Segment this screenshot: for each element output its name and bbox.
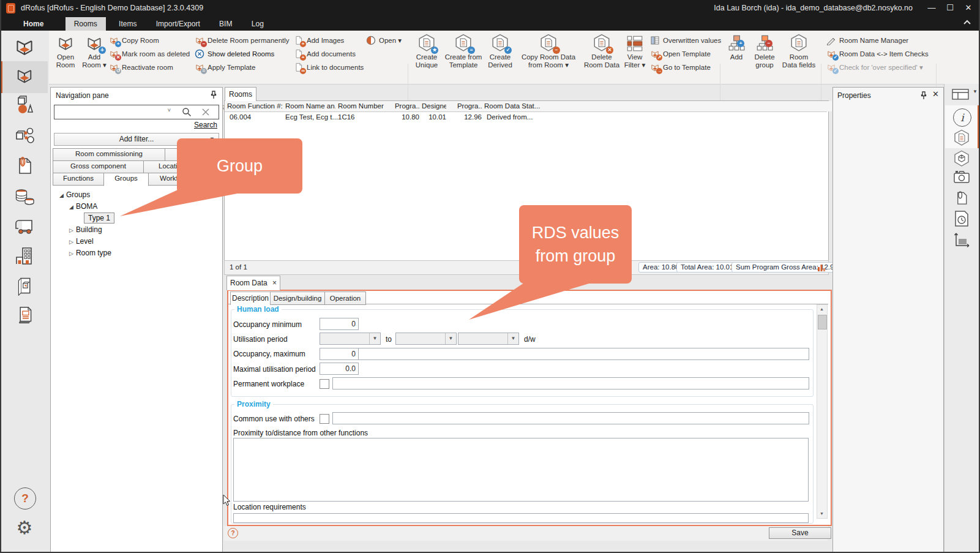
common-use-input[interactable] (332, 412, 809, 424)
tree-item-boma[interactable]: ◢BOMA (51, 201, 221, 213)
room-data-tab[interactable]: Room Data × (226, 276, 280, 290)
tab-room-commissioning[interactable]: Room commissioning (53, 148, 165, 161)
collapse-ribbon-icon[interactable] (963, 18, 971, 29)
add-room-button[interactable]: + Add Room ▾ (81, 34, 108, 69)
scroll-up-icon[interactable]: ▲ (817, 305, 826, 314)
occupancy-max-comment-input[interactable] (358, 348, 809, 360)
col-room-number[interactable]: Room Number (335, 101, 397, 111)
utilisation-to-select[interactable]: ▼ (395, 333, 457, 345)
search-dropdown-chevron-icon[interactable]: ˅ (168, 107, 171, 113)
tab-operation[interactable]: Operation (324, 292, 366, 305)
mark-room-deleted-button[interactable]: ✕ Mark room as deleted (109, 48, 190, 59)
collapsed-icon[interactable]: ▷ (69, 250, 73, 257)
layout-view-icon[interactable] (952, 89, 969, 100)
open-room-button[interactable]: Open Room (53, 34, 78, 69)
utilisation-days-select[interactable]: ▼ (458, 333, 519, 345)
tree-item-level[interactable]: ▷Level (51, 236, 221, 247)
search-input[interactable]: ˅ (54, 105, 219, 119)
expanded-icon[interactable]: ◢ (59, 192, 64, 198)
room-data-item-checks-button[interactable]: ✓ Room Data <-> Item Checks (826, 48, 929, 59)
items-module-icon[interactable] (13, 94, 36, 116)
chart-icon[interactable] (817, 263, 825, 272)
tree-item-room-type[interactable]: ▷Room type (51, 247, 221, 259)
buildings-module-icon[interactable] (13, 245, 36, 267)
occupancy-min-input[interactable]: 0 (320, 318, 359, 330)
apply-template-button[interactable]: ≡ Apply Template (195, 61, 290, 73)
create-derived-button[interactable]: ✓ Create Derived (485, 34, 515, 69)
pin-icon[interactable] (920, 91, 927, 100)
tree-item-type1[interactable]: Type 1 (51, 213, 221, 224)
tab-description[interactable]: Description (230, 292, 271, 305)
menu-tab-home[interactable]: Home (15, 17, 52, 31)
create-from-template-button[interactable]: = Create from Template (443, 34, 484, 69)
room-data-tool-icon[interactable] (953, 129, 970, 146)
settings-gear-icon[interactable]: ⚙ (14, 517, 35, 538)
create-unique-button[interactable]: ★ Create Unique (413, 34, 441, 69)
proximity-textarea[interactable] (233, 438, 809, 502)
tree-item-building[interactable]: ▷Building (51, 224, 221, 236)
utilisation-from-select[interactable]: ▼ (320, 333, 381, 345)
item-systems-module-icon[interactable] (13, 124, 36, 146)
layout-view-chevron-icon[interactable]: ▼ (973, 89, 978, 94)
add-images-button[interactable]: + Add Images (294, 34, 364, 46)
overwritten-values-button[interactable]: Overwritten values (650, 34, 721, 46)
maximize-button[interactable]: ☐ (941, 0, 959, 16)
permanent-workplace-input[interactable] (332, 377, 809, 389)
scrollbar[interactable]: ▲ ▼ (817, 304, 828, 519)
attachments-tool-icon[interactable] (953, 189, 970, 206)
scrollbar-thumb[interactable] (818, 315, 827, 329)
occupancy-max-input[interactable]: 0 (320, 348, 359, 360)
open-template-button[interactable]: ↗ Open Template (650, 48, 721, 59)
delete-room-permanently-button[interactable]: − Delete Room permanently (195, 34, 290, 46)
menu-tab-rooms[interactable]: Rooms (65, 17, 106, 31)
clear-search-icon[interactable] (201, 108, 210, 116)
menu-tab-log[interactable]: Log (243, 17, 272, 31)
room-name-manager-button[interactable]: Room Name Manager (826, 34, 929, 46)
table-row[interactable]: 06.004 Ecg Test, Ecg t... 1C16 10.80 10.… (225, 112, 827, 123)
room-data-tab-close-icon[interactable]: × (272, 279, 277, 287)
copy-room-data-from-room-button[interactable]: − Copy Room Data from Room ▾ (517, 34, 580, 69)
tab-gross-component[interactable]: Gross component (53, 160, 144, 173)
close-button[interactable]: ✕ (959, 0, 978, 16)
area-measure-icon[interactable] (953, 231, 970, 248)
add-documents-button[interactable]: + Add documents (294, 48, 364, 59)
go-to-template-button[interactable]: → Go to Template (650, 61, 721, 73)
col-room-name[interactable]: Room Name an... (283, 101, 341, 111)
tab-groups[interactable]: Groups (103, 173, 149, 186)
location-requirements-input[interactable] (233, 513, 809, 523)
images-camera-icon[interactable] (953, 168, 970, 186)
show-deleted-rooms-button[interactable]: Show deleted Rooms (195, 48, 290, 59)
save-button[interactable]: Save (769, 527, 831, 539)
search-icon[interactable] (182, 107, 192, 117)
delete-room-data-button[interactable]: ✕ Delete Room Data (583, 34, 621, 69)
check-over-specified-button[interactable]: ✓ Check for 'over specified' ▾ (826, 61, 929, 73)
collapsed-icon[interactable]: ▷ (69, 227, 73, 233)
help-icon[interactable]: ? (14, 487, 36, 510)
reports-module-icon[interactable] (15, 305, 35, 325)
rooms-tab[interactable]: Rooms (225, 87, 256, 101)
view-filter-button[interactable]: View Filter ▾ (622, 34, 648, 69)
collapsed-icon[interactable]: ▷ (69, 239, 73, 245)
minimize-button[interactable]: — (922, 0, 941, 16)
room-data-fields-button[interactable]: Room Data fields (780, 34, 818, 69)
menu-tab-import-export[interactable]: Import/Export (148, 17, 209, 31)
copy-room-button[interactable]: + Copy Room (109, 34, 190, 46)
search-link[interactable]: Search (194, 121, 217, 129)
logistics-module-icon[interactable] (13, 214, 36, 236)
col-program-gross[interactable]: Progra... (446, 101, 487, 111)
expanded-icon[interactable]: ◢ (69, 204, 73, 210)
col-room-data-status[interactable]: Room Data Stat... (482, 101, 577, 111)
info-icon[interactable]: i (953, 108, 971, 127)
tab-functions[interactable]: Functions (53, 173, 104, 186)
menu-tab-items[interactable]: Items (110, 17, 145, 31)
pin-icon[interactable] (210, 91, 217, 99)
menu-tab-bim[interactable]: BIM (211, 17, 241, 31)
bim-cube-icon[interactable] (953, 150, 970, 167)
reactivate-room-button[interactable]: ↺ Reactivate room (109, 61, 190, 73)
open-dropdown-button[interactable]: Open ▾ (366, 34, 402, 46)
history-clock-icon[interactable] (953, 210, 970, 227)
tab-design-building[interactable]: Design/building (270, 292, 325, 305)
product-catalog-module-icon[interactable] (15, 276, 35, 296)
max-utilisation-input[interactable]: 0.0 (320, 363, 359, 375)
close-properties-icon[interactable]: ✕ (932, 89, 939, 99)
